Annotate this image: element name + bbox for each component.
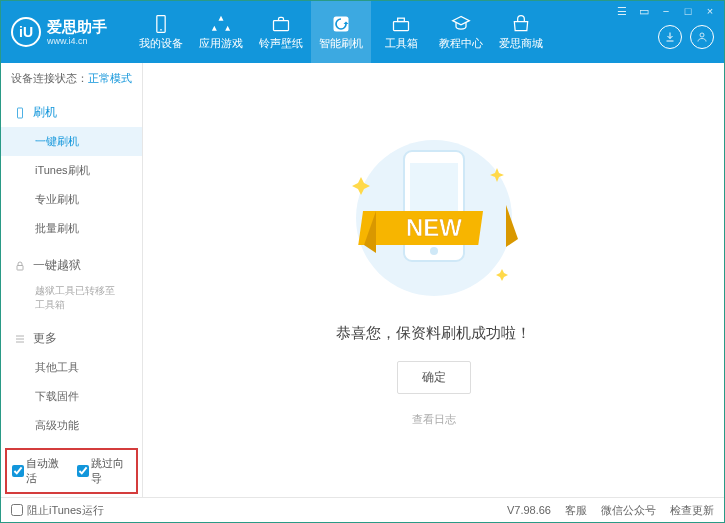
svg-point-1 — [160, 29, 162, 31]
nav-tutorials[interactable]: 教程中心 — [431, 1, 491, 63]
app-window: iU 爱思助手 www.i4.cn 我的设备 应用游戏 铃声壁纸 智能刷机 — [0, 0, 725, 523]
sidebar-item-oneclick-flash[interactable]: 一键刷机 — [1, 127, 142, 156]
title-bar: iU 爱思助手 www.i4.cn 我的设备 应用游戏 铃声壁纸 智能刷机 — [1, 1, 724, 63]
footer-right: V7.98.66 客服 微信公众号 检查更新 — [507, 503, 714, 518]
conn-label: 设备连接状态： — [11, 72, 88, 84]
nav-label: 工具箱 — [385, 36, 418, 51]
svg-rect-5 — [398, 18, 405, 21]
block-itunes-checkbox[interactable]: 阻止iTunes运行 — [11, 503, 104, 518]
sidebar-head-label: 更多 — [33, 330, 57, 347]
checkbox-label: 跳过向导 — [91, 456, 132, 486]
sidebar-flash-head[interactable]: 刷机 — [1, 98, 142, 127]
brand-name: 爱思助手 — [47, 18, 107, 36]
version-label: V7.98.66 — [507, 504, 551, 516]
brand: iU 爱思助手 www.i4.cn — [1, 1, 131, 63]
briefcase-icon — [271, 14, 291, 34]
nav-store[interactable]: 爱思商城 — [491, 1, 551, 63]
view-log-link[interactable]: 查看日志 — [412, 412, 456, 427]
body: 设备连接状态：正常模式 刷机 一键刷机 iTunes刷机 专业刷机 批量刷机 一… — [1, 63, 724, 497]
sidebar-item-other-tools[interactable]: 其他工具 — [1, 353, 142, 382]
svg-rect-4 — [394, 21, 409, 30]
maximize-icon[interactable]: □ — [680, 4, 696, 18]
menu-icon[interactable]: ☰ — [614, 4, 630, 18]
skip-guide-checkbox[interactable]: 跳过向导 — [77, 456, 132, 486]
svg-rect-2 — [274, 20, 289, 30]
download-button[interactable] — [658, 25, 682, 49]
close-icon[interactable]: × — [702, 4, 718, 18]
sidebar-item-advanced[interactable]: 高级功能 — [1, 411, 142, 440]
refresh-icon — [331, 14, 351, 34]
sidebar-item-download-fw[interactable]: 下载固件 — [1, 382, 142, 411]
main-content: NEW 恭喜您，保资料刷机成功啦！ 确定 查看日志 — [143, 63, 724, 497]
wechat-link[interactable]: 微信公众号 — [601, 503, 656, 518]
nav-label: 铃声壁纸 — [259, 36, 303, 51]
header-right — [658, 25, 714, 49]
nav-label: 智能刷机 — [319, 36, 363, 51]
sidebar-bottom: 自动激活 跳过向导 iPhone 12 mini 64GB Down-12min… — [1, 444, 142, 497]
toolbox-icon — [391, 14, 411, 34]
connection-status: 设备连接状态：正常模式 — [1, 63, 142, 94]
svg-marker-16 — [506, 205, 518, 247]
store-icon — [511, 14, 531, 34]
nav-flash[interactable]: 智能刷机 — [311, 1, 371, 63]
sidebar-more-section: 更多 其他工具 下载固件 高级功能 — [1, 320, 142, 444]
success-illustration: NEW — [334, 133, 534, 306]
conn-value: 正常模式 — [88, 72, 132, 84]
apps-icon — [211, 14, 231, 34]
nav-my-device[interactable]: 我的设备 — [131, 1, 191, 63]
list-icon — [13, 332, 27, 346]
sidebar-head-label: 刷机 — [33, 104, 57, 121]
sidebar-jailbreak-head[interactable]: 一键越狱 — [1, 251, 142, 280]
auto-activate-checkbox[interactable]: 自动激活 — [12, 456, 67, 486]
check-update-link[interactable]: 检查更新 — [670, 503, 714, 518]
window-controls: ☰ ▭ − □ × — [614, 4, 718, 18]
nav-label: 爱思商城 — [499, 36, 543, 51]
brand-url: www.i4.cn — [47, 36, 107, 46]
nav-label: 教程中心 — [439, 36, 483, 51]
banner-text: NEW — [406, 214, 462, 241]
svg-rect-7 — [18, 108, 23, 118]
support-link[interactable]: 客服 — [565, 503, 587, 518]
status-bar: 阻止iTunes运行 V7.98.66 客服 微信公众号 检查更新 — [1, 497, 724, 522]
user-button[interactable] — [690, 25, 714, 49]
sidebar: 设备连接状态：正常模式 刷机 一键刷机 iTunes刷机 专业刷机 批量刷机 一… — [1, 63, 143, 497]
nav-apps[interactable]: 应用游戏 — [191, 1, 251, 63]
checkbox-label: 自动激活 — [26, 456, 67, 486]
options-highlight-box: 自动激活 跳过向导 — [5, 448, 138, 494]
jailbreak-note: 越狱工具已转移至 工具箱 — [1, 280, 142, 316]
minimize-icon[interactable]: − — [658, 4, 674, 18]
checkbox-label: 阻止iTunes运行 — [27, 503, 104, 518]
svg-point-6 — [700, 33, 704, 37]
graduation-icon — [451, 14, 471, 34]
sidebar-item-itunes-flash[interactable]: iTunes刷机 — [1, 156, 142, 185]
nav-label: 我的设备 — [139, 36, 183, 51]
sidebar-jailbreak-section: 一键越狱 越狱工具已转移至 工具箱 — [1, 247, 142, 320]
nav-toolbox[interactable]: 工具箱 — [371, 1, 431, 63]
confirm-button[interactable]: 确定 — [397, 361, 471, 394]
sidebar-flash-section: 刷机 一键刷机 iTunes刷机 专业刷机 批量刷机 — [1, 94, 142, 247]
svg-rect-8 — [17, 265, 23, 270]
logo-icon: iU — [11, 17, 41, 47]
sidebar-more-head[interactable]: 更多 — [1, 324, 142, 353]
svg-point-13 — [430, 247, 438, 255]
success-message: 恭喜您，保资料刷机成功啦！ — [336, 324, 531, 343]
nav-ringtones[interactable]: 铃声壁纸 — [251, 1, 311, 63]
phone-icon — [13, 106, 27, 120]
nav-label: 应用游戏 — [199, 36, 243, 51]
sidebar-head-label: 一键越狱 — [33, 257, 81, 274]
phone-icon — [151, 14, 171, 34]
skin-icon[interactable]: ▭ — [636, 4, 652, 18]
sidebar-item-batch-flash[interactable]: 批量刷机 — [1, 214, 142, 243]
sidebar-item-pro-flash[interactable]: 专业刷机 — [1, 185, 142, 214]
lock-icon — [13, 259, 27, 273]
